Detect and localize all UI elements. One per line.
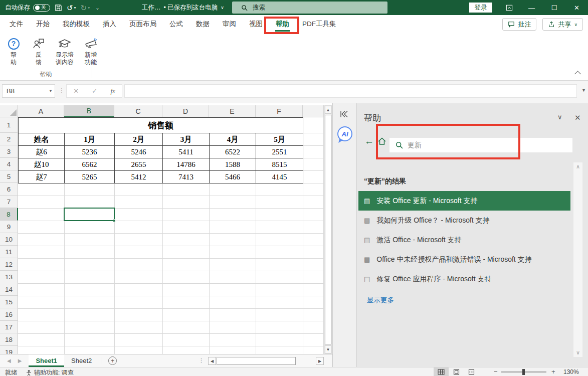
table-cell[interactable]: 6522	[210, 146, 256, 158]
vertical-scroll-thumb[interactable]	[325, 115, 331, 344]
row-header-8[interactable]: 8	[0, 208, 18, 221]
sales-table[interactable]: 销售额姓名1月2月3月4月5月赵652365246541165222551赵10…	[18, 117, 303, 183]
row-header-19[interactable]: 19	[0, 346, 18, 354]
table-cell[interactable]: 赵7	[19, 171, 65, 183]
chevron-down-icon[interactable]: ▼	[49, 89, 53, 93]
enter-icon[interactable]: ✓	[92, 87, 97, 95]
selected-cell-B8[interactable]	[64, 208, 115, 221]
table-header-cell[interactable]: 1月	[65, 133, 115, 146]
row-header-14[interactable]: 14	[0, 283, 18, 296]
show-training-button[interactable]: 显示培 训内容	[53, 35, 76, 75]
scroll-down-icon[interactable]: ∨	[573, 349, 582, 356]
back-button[interactable]: ←	[364, 136, 374, 146]
zoom-in-button[interactable]: +	[551, 368, 555, 375]
table-cell[interactable]: 1588	[210, 158, 256, 171]
zoom-slider[interactable]	[501, 371, 546, 372]
zoom-slider-thumb[interactable]	[522, 369, 525, 375]
table-cell[interactable]: 14786	[163, 158, 210, 171]
ribbon-display-options-button[interactable]	[498, 0, 520, 15]
tab-文件[interactable]: 文件	[3, 15, 30, 33]
normal-view-button[interactable]	[434, 367, 449, 376]
minimize-button[interactable]: —	[520, 0, 543, 15]
tab-公式[interactable]: 公式	[163, 15, 189, 33]
tab-页面布局[interactable]: 页面布局	[123, 15, 163, 33]
ai-assistant-button[interactable]: AI	[337, 126, 352, 141]
row-header-15[interactable]: 15	[0, 296, 18, 308]
row-header-17[interactable]: 17	[0, 321, 18, 333]
fill-handle[interactable]	[113, 219, 116, 222]
vertical-scrollbar[interactable]: ▲ ▼	[324, 105, 332, 354]
formula-input[interactable]	[124, 84, 577, 98]
help-result-item[interactable]: ▤我如何升级 Office？ - Microsoft 支持	[358, 211, 570, 230]
zoom-out-button[interactable]: −	[494, 368, 498, 375]
help-pane-scrollbar[interactable]: ∧ ∨	[573, 162, 582, 357]
scroll-right-icon[interactable]: ▶	[316, 357, 324, 365]
formula-bar-splitter[interactable]: ⋮	[59, 87, 65, 94]
redo-button[interactable]: ↻ ▾	[81, 4, 90, 12]
row-header-1[interactable]: 1	[0, 117, 18, 133]
customize-qat-button[interactable]: ⌄	[94, 5, 99, 11]
accessibility-status[interactable]: 辅助功能: 调查	[26, 368, 74, 376]
collapse-pane-button[interactable]	[340, 110, 348, 118]
sheet-tab-Sheet1[interactable]: Sheet1	[29, 354, 64, 367]
feedback-button[interactable]: 反 馈	[28, 35, 49, 75]
search-box[interactable]: 搜索	[232, 2, 387, 14]
whats-new-button[interactable]: 新增 功能	[80, 35, 101, 75]
add-sheet-button[interactable]: +	[108, 356, 117, 365]
table-cell[interactable]: 5466	[210, 171, 256, 183]
tab-数据[interactable]: 数据	[189, 15, 216, 33]
table-header-cell[interactable]: 3月	[163, 133, 210, 146]
tab-插入[interactable]: 插入	[96, 15, 123, 33]
table-title-cell[interactable]: 销售额	[19, 118, 303, 133]
column-header-C[interactable]: C	[114, 105, 162, 117]
column-header-A[interactable]: A	[18, 105, 64, 117]
row-header-3[interactable]: 3	[0, 145, 18, 158]
row-header-2[interactable]: 2	[0, 133, 18, 145]
table-cell[interactable]: 5265	[65, 171, 115, 183]
select-all-corner[interactable]	[0, 105, 18, 117]
tab-PDF工具集[interactable]: PDF工具集	[296, 15, 343, 33]
collapse-ribbon-icon[interactable]	[574, 71, 581, 77]
row-header-16[interactable]: 16	[0, 308, 18, 321]
document-title[interactable]: 工作… • 已保存到这台电脑 ∨	[142, 0, 224, 15]
row-header-13[interactable]: 13	[0, 271, 18, 283]
help-result-item[interactable]: ▤安装 Office 更新 - Microsoft 支持	[358, 191, 570, 211]
undo-button[interactable]: ↺ ▾	[67, 4, 76, 12]
table-cell[interactable]: 7413	[163, 171, 210, 183]
row-header-4[interactable]: 4	[0, 158, 18, 170]
cancel-icon[interactable]: ✕	[73, 87, 79, 95]
row-header-6[interactable]: 6	[0, 183, 18, 196]
close-pane-button[interactable]: ✕	[574, 113, 581, 122]
row-header-18[interactable]: 18	[0, 333, 18, 346]
table-cell[interactable]: 2655	[115, 158, 163, 171]
share-button[interactable]: 共享 ∨	[542, 18, 583, 31]
comments-button[interactable]: 批注	[502, 18, 536, 31]
column-header-D[interactable]: D	[162, 105, 209, 117]
table-cell[interactable]: 5236	[65, 146, 115, 158]
prev-sheet-icon[interactable]: ◀	[7, 358, 11, 363]
column-header-F[interactable]: F	[256, 105, 303, 117]
table-cell[interactable]: 5412	[115, 171, 163, 183]
undo-dropdown-icon[interactable]: ▾	[74, 6, 76, 10]
help-result-item[interactable]: ▤修复 Office 应用程序 - Microsoft 支持	[358, 269, 570, 289]
autosave-switch-icon[interactable]: 关	[33, 4, 50, 12]
row-header-9[interactable]: 9	[0, 221, 18, 233]
zoom-level[interactable]: 130%	[563, 368, 579, 375]
table-cell[interactable]: 8515	[256, 158, 303, 171]
tab-我的模板[interactable]: 我的模板	[56, 15, 96, 33]
close-button[interactable]: ✕	[565, 0, 588, 15]
table-cell[interactable]: 2551	[256, 146, 303, 158]
scroll-up-icon[interactable]: ▲	[325, 106, 331, 114]
name-box[interactable]: B8 ▼	[2, 84, 55, 98]
sheet-tab-Sheet2[interactable]: Sheet2	[64, 354, 99, 367]
pane-options-button[interactable]: ∨	[557, 113, 562, 121]
row-header-12[interactable]: 12	[0, 258, 18, 271]
column-header-B[interactable]: B	[64, 105, 114, 117]
row-header-11[interactable]: 11	[0, 246, 18, 258]
sign-in-button[interactable]: 登录	[469, 3, 492, 13]
save-button[interactable]	[55, 4, 62, 12]
table-header-cell[interactable]: 5月	[256, 133, 303, 146]
spreadsheet-grid[interactable]: ▲ ▼ ABCDEF12345678910111213141516171819销…	[0, 103, 332, 354]
row-header-10[interactable]: 10	[0, 233, 18, 246]
autosave-toggle[interactable]: 自动保存 关	[5, 4, 50, 12]
